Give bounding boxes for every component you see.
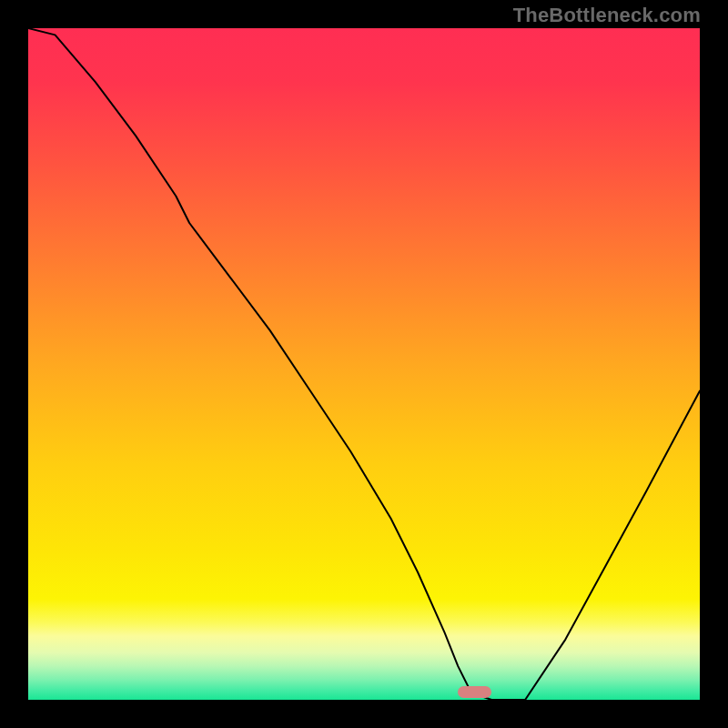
plot-area [28,28,700,700]
bottleneck-curve [28,28,700,700]
optimal-marker [458,686,491,698]
chart-stage: TheBottleneck.com [0,0,728,728]
watermark-text: TheBottleneck.com [513,4,701,27]
